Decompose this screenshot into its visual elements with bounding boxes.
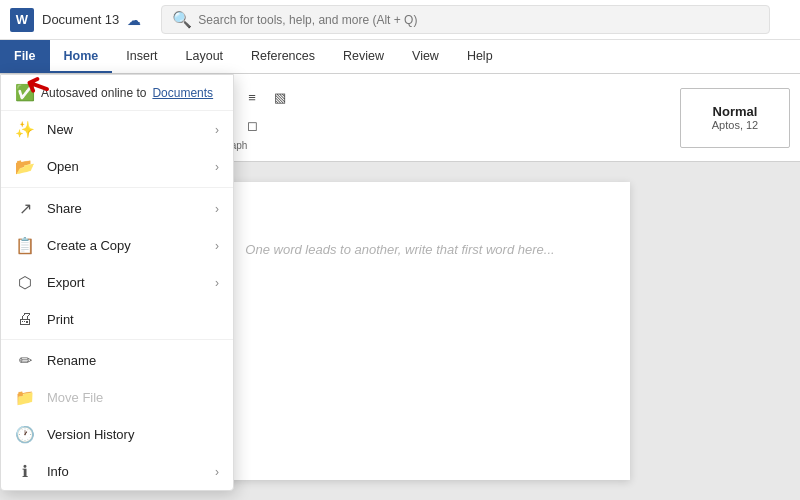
- doc-placeholder-text: One word leads to another, write that fi…: [245, 242, 554, 257]
- document-page[interactable]: One word leads to another, write that fi…: [170, 182, 630, 480]
- divider-2: [1, 339, 233, 340]
- menu-share-label: Share: [47, 201, 82, 216]
- rename-icon: ✏: [15, 351, 35, 370]
- menu-open-label: Open: [47, 159, 79, 174]
- chevron-right-icon: ›: [215, 160, 219, 174]
- tab-home[interactable]: Home: [50, 40, 113, 73]
- menu-item-version-history[interactable]: 🕐 Version History: [1, 416, 233, 453]
- export-icon: ⬡: [15, 273, 35, 292]
- menu-move-file-label: Move File: [47, 390, 103, 405]
- file-dropdown-menu: ✅ Autosaved online to Documents ✨ New › …: [0, 74, 234, 491]
- menu-item-open[interactable]: 📂 Open ›: [1, 148, 233, 185]
- menu-info-label: Info: [47, 464, 69, 479]
- share-icon: ↗: [15, 199, 35, 218]
- menu-item-export[interactable]: ⬡ Export ›: [1, 264, 233, 301]
- document-title: Document 13: [42, 12, 119, 27]
- menu-item-info[interactable]: ℹ Info ›: [1, 453, 233, 490]
- create-copy-icon: 📋: [15, 236, 35, 255]
- menu-new-label: New: [47, 122, 73, 137]
- menu-item-share[interactable]: ↗ Share ›: [1, 190, 233, 227]
- tab-references[interactable]: References: [237, 40, 329, 73]
- tab-file[interactable]: File: [0, 40, 50, 73]
- menu-rename-label: Rename: [47, 353, 96, 368]
- divider-1: [1, 187, 233, 188]
- title-bar: W Document 13 ☁ 🔍: [0, 0, 800, 40]
- menu-item-move-file: 📁 Move File: [1, 379, 233, 416]
- style-name: Normal: [713, 104, 758, 119]
- menu-item-print[interactable]: 🖨 Print: [1, 301, 233, 337]
- tab-help[interactable]: Help: [453, 40, 507, 73]
- shading-button[interactable]: ◻: [239, 112, 265, 138]
- style-font: Aptos, 12: [712, 119, 758, 131]
- align-center-button[interactable]: ≡: [239, 84, 265, 110]
- style-box[interactable]: Normal Aptos, 12: [680, 88, 790, 148]
- chevron-right-icon: ›: [215, 465, 219, 479]
- autosave-link[interactable]: Documents: [152, 86, 213, 100]
- menu-item-rename[interactable]: ✏ Rename: [1, 342, 233, 379]
- chevron-right-icon: ›: [215, 276, 219, 290]
- print-icon: 🖨: [15, 310, 35, 328]
- autosave-text: Autosaved online to: [41, 86, 146, 100]
- move-file-icon: 📁: [15, 388, 35, 407]
- tab-view[interactable]: View: [398, 40, 453, 73]
- chevron-right-icon: ›: [215, 239, 219, 253]
- new-icon: ✨: [15, 120, 35, 139]
- version-history-icon: 🕐: [15, 425, 35, 444]
- tab-layout[interactable]: Layout: [172, 40, 238, 73]
- chevron-right-icon: ›: [215, 202, 219, 216]
- menu-item-new[interactable]: ✨ New ›: [1, 111, 233, 148]
- open-icon: 📂: [15, 157, 35, 176]
- menu-item-create-copy[interactable]: 📋 Create a Copy ›: [1, 227, 233, 264]
- search-input[interactable]: [198, 13, 759, 27]
- chevron-right-icon: ›: [215, 123, 219, 137]
- search-bar[interactable]: 🔍: [161, 5, 770, 34]
- ribbon-tabs: File Home Insert Layout References Revie…: [0, 40, 800, 74]
- menu-version-history-label: Version History: [47, 427, 134, 442]
- autosave-banner: ✅ Autosaved online to Documents: [1, 75, 233, 111]
- autosave-icon: ✅: [15, 83, 35, 102]
- menu-export-label: Export: [47, 275, 85, 290]
- info-icon: ℹ: [15, 462, 35, 481]
- tab-review[interactable]: Review: [329, 40, 398, 73]
- title-bar-left: W Document 13 ☁: [10, 8, 141, 32]
- menu-print-label: Print: [47, 312, 74, 327]
- word-icon: W: [10, 8, 34, 32]
- search-icon: 🔍: [172, 10, 192, 29]
- align-right-button[interactable]: ▧: [267, 84, 293, 110]
- cloud-icon: ☁: [127, 12, 141, 28]
- tab-insert[interactable]: Insert: [112, 40, 171, 73]
- menu-create-copy-label: Create a Copy: [47, 238, 131, 253]
